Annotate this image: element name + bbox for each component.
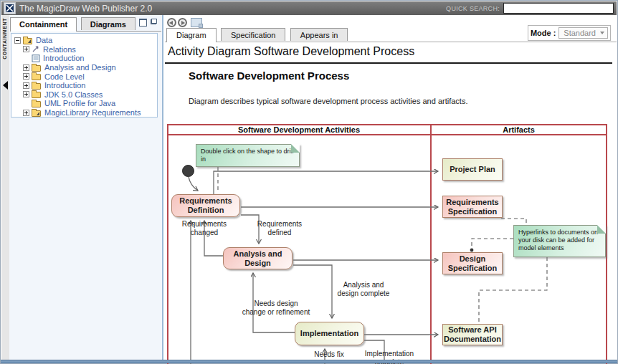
artifact-design-specification[interactable]: Design Specification	[442, 252, 503, 274]
artifact-project-plan[interactable]: Project Plan	[442, 158, 503, 181]
activity-analysis-and-design[interactable]: Analysis and Design	[223, 247, 293, 269]
edge-label-analysis-design-complete: Analysis and design complete	[332, 281, 395, 298]
activity-diagram: Software Development Activities Artifact…	[1, 1, 618, 364]
swimlane-header-divider	[167, 134, 607, 135]
tab-diagram[interactable]: Diagram	[166, 28, 217, 42]
edge-label-needs-fix: Needs fix	[310, 350, 348, 359]
tab-containment[interactable]: Containment	[10, 17, 77, 32]
artifact-software-api-documentation[interactable]: Software API Documentation	[442, 324, 503, 345]
swimlane-divider	[430, 124, 432, 364]
activity-implementation[interactable]: Implementation	[295, 322, 364, 345]
note-hyperlinks: Hyperlinks to documents on your disk can…	[513, 225, 606, 257]
edge-label-needs-design-change: Needs design change or refinement	[242, 300, 310, 317]
edge-label-requirements-changed: Requirements changed	[179, 220, 230, 237]
artifact-requirements-specification[interactable]: Requirements Specification	[442, 196, 503, 218]
swimlane-header-activities: Software Development Activities	[168, 125, 429, 134]
swimlane-header-artifacts: Artifacts	[432, 125, 606, 134]
app-window: The MagicDraw Web Publisher 2.0 QUICK SE…	[0, 0, 618, 364]
initial-node	[182, 165, 194, 177]
note-drill-in: Double click on the shape to drill in	[196, 144, 300, 167]
activity-requirements-definition[interactable]: Requirements Definition	[171, 194, 240, 217]
edge-label-requirements-defined: Requirements defined	[255, 220, 304, 237]
window-bottom-border	[1, 360, 617, 363]
